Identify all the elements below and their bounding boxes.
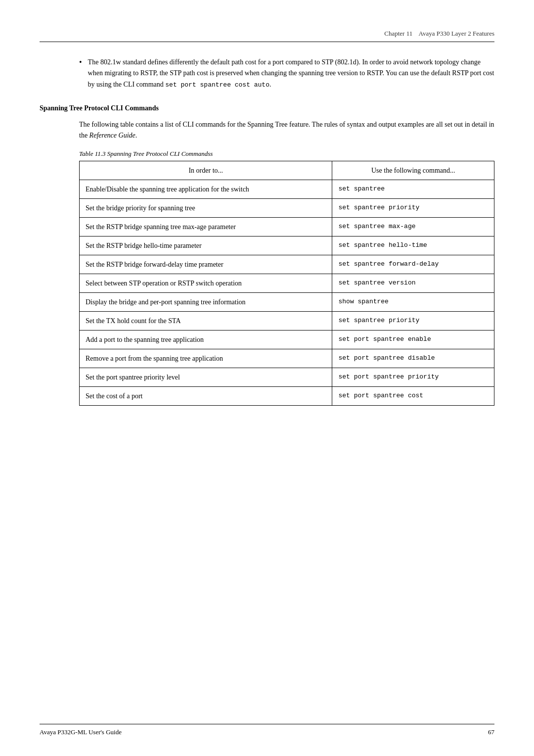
table-row: Set the bridge priority for spanning tre…	[80, 199, 494, 218]
content-area: • The 802.1w standard defines differentl…	[40, 57, 494, 406]
header-text: Chapter 11 Avaya P330 Layer 2 Features	[384, 30, 494, 38]
table-cell-description: Set the port spantree priority level	[80, 368, 332, 387]
intro-italic: Reference Guide	[89, 132, 135, 139]
intro-part2: .	[135, 132, 137, 139]
table-row: Remove a port from the spanning tree app…	[80, 349, 494, 368]
table-cell-command: set port spantree enable	[332, 331, 494, 349]
bullet-icon: •	[79, 58, 82, 67]
page: Chapter 11 Avaya P330 Layer 2 Features •…	[0, 0, 534, 756]
table-cell-command: show spantree	[332, 293, 494, 312]
footer-page-number: 67	[488, 728, 494, 736]
table-row: Set the RSTP bridge forward-delay time p…	[80, 255, 494, 274]
table-cell-description: Remove a port from the spanning tree app…	[80, 349, 332, 368]
intro-part1: The following table contains a list of C…	[79, 121, 494, 139]
table-cell-command: set spantree version	[332, 274, 494, 293]
table-row: Set the RSTP bridge hello-time parameter…	[80, 236, 494, 255]
table-cell-command: set spantree max-age	[332, 218, 494, 236]
table-cell-command: set spantree priority	[332, 199, 494, 218]
table-cell-description: Set the RSTP bridge spanning tree max-ag…	[80, 218, 332, 236]
table-cell-description: Set the TX hold count for the STA	[80, 312, 332, 331]
table-cell-description: Set the RSTP bridge forward-delay time p…	[80, 255, 332, 274]
table-cell-command: set port spantree cost	[332, 387, 494, 406]
table-cell-description: Enable/Disable the spanning tree applica…	[80, 180, 332, 199]
table-row: Set the TX hold count for the STAset spa…	[80, 312, 494, 331]
bullet-main-text: The 802.1w standard defines differently …	[88, 58, 494, 88]
table-cell-description: Select between STP operation or RSTP swi…	[80, 274, 332, 293]
page-header: Chapter 11 Avaya P330 Layer 2 Features	[40, 30, 494, 42]
table-row: Display the bridge and per-port spanning…	[80, 293, 494, 312]
section-intro: The following table contains a list of C…	[79, 119, 494, 142]
table-row: Set the port spantree priority levelset …	[80, 368, 494, 387]
bullet-text: The 802.1w standard defines differently …	[88, 57, 494, 91]
table-row: Select between STP operation or RSTP swi…	[80, 274, 494, 293]
table-row: Set the RSTP bridge spanning tree max-ag…	[80, 218, 494, 236]
table-row: Set the cost of a portset port spantree …	[80, 387, 494, 406]
table-cell-description: Set the cost of a port	[80, 387, 332, 406]
bullet-code: set port spantree cost auto	[165, 81, 269, 89]
table-cell-command: set spantree hello-time	[332, 236, 494, 255]
table-row: Add a port to the spanning tree applicat…	[80, 331, 494, 349]
table-cell-command: set spantree	[332, 180, 494, 199]
header-chapter: Chapter 11	[384, 30, 412, 37]
page-footer: Avaya P332G-ML User's Guide 67	[40, 724, 494, 736]
section-heading: Spanning Tree Protocol CLI Commands	[40, 104, 494, 112]
footer-left: Avaya P332G-ML User's Guide	[40, 728, 122, 736]
table-cell-description: Display the bridge and per-port spanning…	[80, 293, 332, 312]
table-caption: Table 11.3 Spanning Tree Protocol CLI Co…	[79, 150, 494, 158]
bullet-item: • The 802.1w standard defines differentl…	[79, 57, 494, 91]
table-cell-command: set spantree forward-delay	[332, 255, 494, 274]
bullet-section: • The 802.1w standard defines differentl…	[79, 57, 494, 91]
table-cell-command: set spantree priority	[332, 312, 494, 331]
table-cell-description: Add a port to the spanning tree applicat…	[80, 331, 332, 349]
table-cell-command: set port spantree priority	[332, 368, 494, 387]
col2-header: Use the following command...	[332, 161, 494, 180]
col1-header: In order to...	[80, 161, 332, 180]
bullet-end: .	[269, 81, 271, 88]
cli-table: In order to... Use the following command…	[79, 161, 494, 406]
table-header-row: In order to... Use the following command…	[80, 161, 494, 180]
table-cell-description: Set the bridge priority for spanning tre…	[80, 199, 332, 218]
table-cell-description: Set the RSTP bridge hello-time parameter	[80, 236, 332, 255]
table-cell-command: set port spantree disable	[332, 349, 494, 368]
table-row: Enable/Disable the spanning tree applica…	[80, 180, 494, 199]
header-title: Avaya P330 Layer 2 Features	[418, 30, 494, 37]
